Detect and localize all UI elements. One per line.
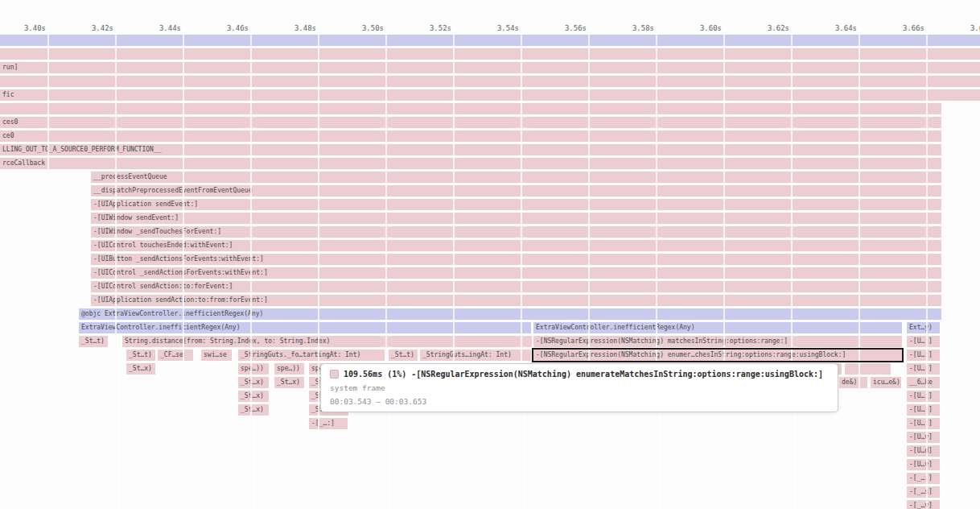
- time-ruler-label: 3.58s: [632, 23, 654, 33]
- gridline-overlay: [926, 35, 928, 509]
- flame-bar[interactable]: -[UIApplication sendEvent:]: [91, 199, 941, 210]
- time-ruler-label: 3.66s: [903, 23, 924, 33]
- flame-bar[interactable]: -[U…:]: [907, 363, 940, 375]
- gridline-overlay: [47, 35, 49, 509]
- flame-graph-canvas: 3.40s3.42s3.44s3.46s3.48s3.50s3.52s3.54s…: [0, 0, 980, 509]
- time-ruler-label: 3.42s: [92, 23, 113, 33]
- flame-bar[interactable]: icu…e&): [871, 377, 901, 388]
- flame-bar[interactable]: spe…)): [274, 363, 304, 375]
- gridline-overlay: [250, 35, 252, 509]
- flame-bar[interactable]: _CF…se: [158, 350, 193, 361]
- flame-bar[interactable]: rceCallback: [0, 158, 941, 169]
- time-ruler-label: 3.44s: [159, 23, 181, 33]
- flame-bar[interactable]: ces0: [0, 117, 941, 128]
- flame-bar[interactable]: _St…x): [238, 404, 269, 416]
- tooltip-time-range: 00:03.543 — 00:03.653: [330, 397, 829, 406]
- flame-bar[interactable]: de&): [839, 377, 867, 388]
- category-swatch-icon: [330, 370, 339, 379]
- flame-bar[interactable]: -[UIControl _sendActionsForEvents:withEv…: [91, 267, 941, 279]
- flame-bar[interactable]: -[_…s]: [907, 486, 940, 498]
- selection-outline: [532, 348, 904, 362]
- time-ruler-label: 3.64s: [835, 23, 857, 33]
- flame-bar[interactable]: _St…x): [238, 377, 269, 388]
- time-ruler-label: 3.60s: [700, 23, 722, 33]
- flame-bar[interactable]: -[UIApplication sendAction:to:from:forEv…: [91, 295, 941, 306]
- flame-bar[interactable]: -[U…:]: [907, 350, 940, 361]
- gridline-overlay: [723, 35, 725, 509]
- flame-bar[interactable]: spe…)): [238, 363, 269, 375]
- flame-bar[interactable]: _St…x): [126, 363, 155, 375]
- gridline-overlay: [115, 35, 117, 509]
- gridline-overlay: [791, 35, 793, 509]
- tooltip-title: 109.56ms (1%) -[NSRegularExpression(NSMa…: [344, 370, 823, 379]
- time-ruler-label: 3.68s: [970, 23, 980, 33]
- flame-bar[interactable]: [0, 76, 980, 87]
- flame-bar[interactable]: -[UIWindow sendEvent:]: [91, 213, 941, 224]
- gridline-overlay: [183, 35, 184, 509]
- flame-bar[interactable]: LLING_OUT_TO_A_SOURCE0_PERFORM_FUNCTION_…: [0, 144, 941, 155]
- flame-bar[interactable]: -[UIWindow _sendTouchesForEvent:]: [91, 226, 941, 238]
- flame-bar[interactable]: @objc ExtraViewController.inefficientReg…: [79, 308, 941, 320]
- flame-bar[interactable]: __dispatchPreprocessedEventFromEventQueu…: [91, 185, 941, 197]
- flame-bar[interactable]: [845, 363, 891, 375]
- flame-bar[interactable]: __processEventQueue: [91, 172, 941, 183]
- gridline-overlay: [656, 35, 657, 509]
- flame-bar[interactable]: -[U…:]: [907, 404, 940, 416]
- gridline-overlay: [453, 35, 455, 509]
- gridline-overlay: [588, 35, 590, 509]
- flame-bar[interactable]: Ext…y): [907, 322, 940, 333]
- flame-bar[interactable]: -[UIControl touchesEnded:withEvent:]: [91, 240, 941, 251]
- flame-bar[interactable]: _St…t): [389, 350, 418, 361]
- flame-bar[interactable]: _StringGuts._fo…tartingAt: Int): [238, 350, 385, 361]
- flame-bar[interactable]: -[_…:]: [309, 418, 348, 429]
- hover-tooltip: 109.56ms (1%) -[NSRegularExpression(NSMa…: [320, 363, 838, 412]
- flame-bar[interactable]: -[U…v]: [907, 459, 940, 470]
- flame-bar[interactable]: run]: [0, 62, 980, 73]
- flame-bar[interactable]: swi…se: [201, 350, 232, 361]
- time-ruler-label: 3.62s: [768, 23, 789, 33]
- gridline-overlay: [385, 35, 387, 509]
- gridline-overlay: [318, 35, 319, 509]
- flame-bar[interactable]: -[U…v]: [907, 432, 940, 443]
- flame-bar[interactable]: _St…x): [274, 377, 304, 388]
- time-ruler-label: 3.52s: [430, 23, 451, 33]
- time-ruler-label: 3.56s: [565, 23, 587, 33]
- tooltip-frame-type: system frame: [330, 383, 829, 392]
- flame-bar[interactable]: _St…t): [126, 350, 155, 361]
- flame-bar[interactable]: -[U…:]: [907, 336, 940, 347]
- gridline-overlay: [859, 35, 860, 509]
- time-ruler-label: 3.48s: [294, 23, 316, 33]
- flame-bar[interactable]: -[_…v]: [907, 500, 940, 509]
- time-ruler-label: 3.40s: [24, 23, 46, 33]
- flame-bar[interactable]: -[UIButton _sendActionsForEvents:withEve…: [91, 254, 941, 265]
- flame-bar[interactable]: -[UIControl sendAction:to:forEvent:]: [91, 281, 941, 292]
- flame-bar[interactable]: [0, 35, 980, 46]
- flame-bar[interactable]: _StringGuts…ingAt: Int): [420, 350, 531, 361]
- flame-bar[interactable]: ce0: [0, 130, 941, 142]
- tooltip-title-row: 109.56ms (1%) -[NSRegularExpression(NSMa…: [330, 370, 829, 379]
- flame-bar[interactable]: -[U…d]: [907, 445, 940, 457]
- gridline-overlay: [521, 35, 522, 509]
- time-ruler-label: 3.50s: [362, 23, 384, 33]
- flame-bar[interactable]: -[U…:]: [907, 418, 940, 429]
- time-ruler-label: 3.54s: [497, 23, 519, 33]
- flame-bar[interactable]: __6…ke: [907, 377, 940, 388]
- time-ruler-label: 3.46s: [227, 23, 249, 33]
- flame-bar[interactable]: [0, 48, 980, 60]
- flame-bar[interactable]: -[U…:]: [907, 391, 940, 402]
- flame-bar[interactable]: ExtraViewController.inefficientRegex(Any…: [79, 322, 531, 333]
- flame-bar[interactable]: fic: [0, 89, 980, 101]
- flame-bar[interactable]: [0, 103, 941, 114]
- flame-bar[interactable]: _St…t): [79, 336, 108, 347]
- flame-bar[interactable]: _St…x): [238, 391, 269, 402]
- flame-bar[interactable]: -[_…:]: [907, 473, 940, 484]
